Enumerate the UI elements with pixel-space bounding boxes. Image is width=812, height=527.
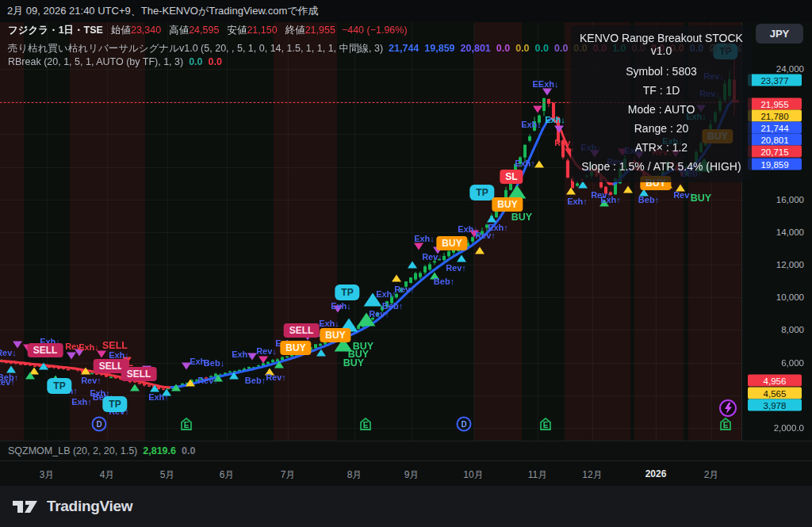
tp-box-marker: TP <box>102 396 127 412</box>
indicator2-legend-row[interactable]: RBreak (20, 1, 5, 1, AUTO (by TF), 1, 3)… <box>8 56 222 67</box>
signal-label: Rev↑ <box>446 263 466 273</box>
indicator-value: 0.0 <box>535 43 549 54</box>
currency-button[interactable]: JPY <box>756 24 803 44</box>
buy-text-marker: BUY <box>511 212 532 223</box>
event-pane-badge[interactable]: E <box>357 415 374 436</box>
triangle-up-marker <box>316 349 326 357</box>
price-level-badge: 21,780 <box>748 110 802 122</box>
price-axis[interactable]: 24,00016,00014,00012,00010,0008,0006,000… <box>741 22 812 441</box>
triangle-up-marker <box>475 246 485 254</box>
signal-label: Rev↓ <box>256 346 277 356</box>
panel-row: Range : 20 <box>574 119 749 138</box>
signal-label: Exh↓ <box>232 349 252 359</box>
signal-label: Exh↑ <box>148 392 169 402</box>
panel-row: Symbol : 5803 <box>574 62 749 81</box>
indicator2-name: RBreak (20, 1, 5, 1, AUTO (by TF), 1, 3) <box>8 56 183 67</box>
signal-label: Rev↓ <box>422 252 442 262</box>
signal-label: Rev↑ <box>394 285 415 294</box>
price-level-badge: 19,859 <box>748 158 802 170</box>
panel-title: KENVO Range Breakout STOCK v1.0 <box>574 32 749 57</box>
svg-text:D: D <box>96 420 102 429</box>
time-axis-label: 2月 <box>704 468 719 482</box>
triangle-down-marker <box>97 351 106 358</box>
price-level-badge: 3,978 <box>748 399 802 411</box>
triangle-up-marker <box>171 384 181 391</box>
time-axis-label: 3月 <box>40 468 55 482</box>
time-axis-label: 6月 <box>220 468 235 482</box>
signal-label: Exh↓ <box>319 319 339 328</box>
daily-pane-badge[interactable]: D <box>455 415 473 436</box>
triangle-down-marker <box>554 126 564 133</box>
time-axis-label: 10月 <box>463 468 483 482</box>
indicator1-name: 売り枯れ買い枯れリバーサルシグナルv1.0 (5, 20, , 5, 1, 0,… <box>8 43 383 54</box>
price-tick: 10,000 <box>776 292 804 302</box>
triangle-up-marker <box>274 361 284 368</box>
indicator-value: 2,819.6 <box>143 445 176 456</box>
ohlc-field: 高値24,595 <box>169 25 219 36</box>
triangle-up-marker <box>39 362 48 369</box>
tradingview-logo-icon[interactable] <box>11 495 40 517</box>
price-tick: 24,000 <box>776 64 804 74</box>
signal-label: Rev↑ <box>266 372 286 382</box>
triangle-up-marker <box>6 365 16 372</box>
symbol-legend-row[interactable]: フジクラ・1日・TSE始値23,340高値24,595安値21,150終値21,… <box>8 24 408 37</box>
svg-text:E: E <box>543 421 549 430</box>
triangle-down-marker <box>533 106 542 113</box>
svg-text:D: D <box>461 420 466 429</box>
indicator-value: 0.0 <box>182 445 195 456</box>
sqzmom-legend-row[interactable]: SQZMOM_LB (20, 2, 20, 1.5)2,819.60.0 <box>0 441 812 461</box>
footer-bar: TradingView <box>0 486 812 527</box>
signal-label: Exh↑ <box>376 289 396 299</box>
price-tick: 14,000 <box>776 227 804 237</box>
brand-name[interactable]: TradingView <box>47 498 132 515</box>
buy-text-marker: BUY <box>343 357 364 369</box>
event-pane-badge[interactable]: E <box>178 415 195 436</box>
indicator-value: 21,744 <box>389 43 419 54</box>
signal-label: Rev↓ <box>0 348 17 357</box>
triangle-up-marker <box>25 372 35 380</box>
sell-box-marker: SELL <box>284 323 320 338</box>
svg-text:E: E <box>184 421 190 430</box>
tradingview-chart-window: 2月 09, 2026 21:40 UTC+9、The-KENVOがTradin… <box>0 0 812 527</box>
signal-label: Rev↑ <box>369 309 389 319</box>
triangle-up-marker <box>229 372 239 380</box>
triangle-down-marker <box>542 88 552 95</box>
triangle-down-marker <box>414 243 423 250</box>
triangle-up-marker <box>81 368 90 375</box>
price-tick: 2,000.0 <box>774 423 804 433</box>
triangle-up-marker <box>487 216 496 223</box>
time-axis-label: 7月 <box>281 468 296 482</box>
sqzmom-name: SQZMOM_LB (20, 2, 20, 1.5) <box>8 445 137 456</box>
signal-label: Rev↑ <box>197 376 218 385</box>
price-level-badge: 21,955 <box>748 98 802 110</box>
lightning-icon[interactable] <box>718 398 738 422</box>
signal-label: Exh↓ <box>521 120 542 129</box>
ohlc-field: 安値21,150 <box>227 25 277 36</box>
price-level-badge: 4,956 <box>748 375 802 387</box>
triangle-up-marker <box>534 161 544 168</box>
time-axis[interactable]: 3月4月5月6月7月8月9月10月11月12月20262月 <box>0 461 812 486</box>
triangle-down-marker <box>13 341 22 348</box>
triangle-up-marker <box>623 186 633 193</box>
indicator-value: 19,859 <box>424 43 454 54</box>
created-by-line: 2月 09, 2026 21:40 UTC+9、The-KENVOがTradin… <box>0 0 812 22</box>
signal-label: Exh↑ <box>515 158 535 168</box>
symbol-change: −440 (−1.96%) <box>342 25 408 36</box>
signal-label: Beb↑ <box>382 301 403 311</box>
buy-box-marker: BUY <box>436 236 467 250</box>
triangle-up-marker <box>186 380 195 387</box>
price-tick: 12,000 <box>776 260 804 269</box>
panel-row: ATR× : 1.2 <box>574 138 749 157</box>
triangle-up-marker <box>408 262 417 269</box>
indicator-value: 0.0 <box>496 43 510 54</box>
sell-box-marker: SELL <box>28 343 63 357</box>
signal-label: EExh↓ <box>532 79 558 89</box>
panel-row: Mode : AUTO <box>574 100 749 119</box>
daily-pane-badge[interactable]: D <box>90 415 108 436</box>
symbol-title: フジクラ・1日・TSE <box>8 25 103 36</box>
tp-box-marker: TP <box>469 185 494 200</box>
time-axis-label: 9月 <box>404 468 419 482</box>
price-tick: 8,000 <box>781 325 804 334</box>
event-pane-badge[interactable]: E <box>537 415 554 436</box>
buy-box-marker: BUY <box>280 341 311 355</box>
